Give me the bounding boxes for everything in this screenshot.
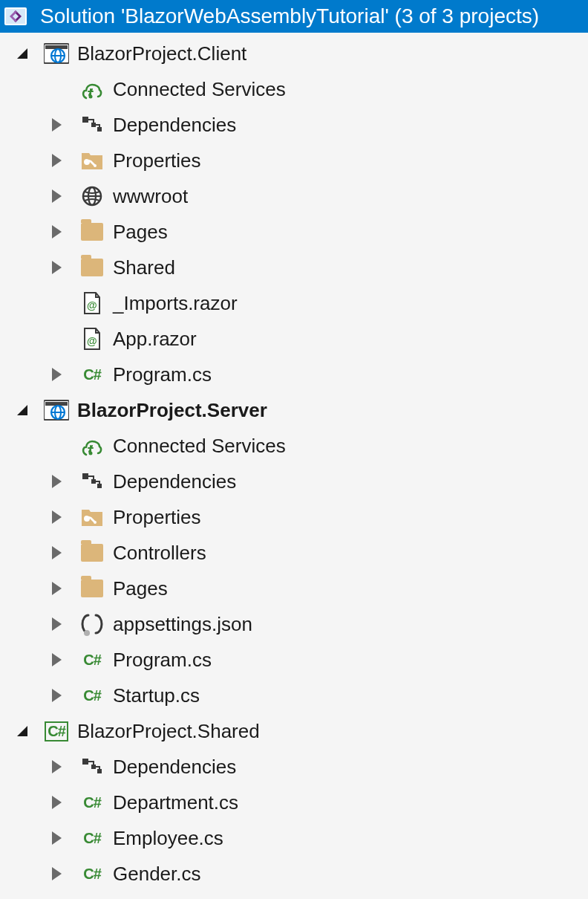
expander-collapsed-icon[interactable] (39, 642, 74, 678)
properties-folder-icon (79, 148, 105, 173)
tree-item[interactable]: C#Program.cs (0, 642, 588, 678)
tree-item-icon-cell: C# (74, 357, 110, 392)
expander-collapsed-icon[interactable] (39, 749, 74, 785)
tree-item[interactable]: Dependencies (0, 749, 588, 785)
tree-item-label: Properties (110, 149, 201, 172)
connected-services-icon (79, 77, 105, 102)
tree-item-label: Startup.cs (110, 684, 200, 707)
tree-item[interactable]: Dependencies (0, 464, 588, 499)
tree-item-label: Shared (110, 256, 175, 279)
csharp-file-icon: C# (79, 683, 105, 708)
folder-icon (79, 219, 105, 244)
expander-collapsed-icon[interactable] (39, 820, 74, 856)
expander-expanded-icon[interactable] (3, 713, 39, 749)
tree-item-label: Employee.cs (110, 827, 223, 850)
solution-tree: BlazorProject.ClientConnected ServicesDe… (0, 33, 588, 899)
expander-collapsed-icon[interactable] (39, 499, 74, 535)
svg-rect-25 (97, 484, 102, 488)
tree-item[interactable]: Dependencies (0, 107, 588, 143)
expander-collapsed-icon[interactable] (39, 606, 74, 642)
tree-item[interactable]: Connected Services (0, 428, 588, 464)
tree-item[interactable]: Controllers (0, 535, 588, 571)
tree-item[interactable]: Connected Services (0, 71, 588, 107)
tree-item[interactable]: C#Employee.cs (0, 820, 588, 856)
expander-collapsed-icon[interactable] (39, 535, 74, 571)
svg-rect-11 (97, 127, 102, 132)
expander-spacer (39, 71, 74, 107)
tree-indent (3, 321, 39, 357)
svg-point-22 (89, 452, 93, 455)
expander-collapsed-icon[interactable] (39, 856, 74, 892)
svg-rect-10 (91, 123, 96, 127)
csharp-project-icon: C# (44, 718, 69, 744)
tree-item[interactable]: Properties (0, 499, 588, 535)
tree-item[interactable]: C#WeatherForecast.cs (0, 892, 588, 899)
expander-collapsed-icon[interactable] (39, 892, 74, 899)
web-project-icon (44, 41, 69, 66)
tree-item-label: wwwroot (110, 185, 188, 208)
solution-title: Solution 'BlazorWebAssemblyTutorial' (3 … (37, 4, 539, 28)
svg-rect-27 (82, 759, 88, 765)
solution-header[interactable]: Solution 'BlazorWebAssemblyTutorial' (3 … (0, 0, 588, 33)
expander-collapsed-icon[interactable] (39, 250, 74, 285)
project-node[interactable]: BlazorProject.Client (0, 36, 588, 71)
tree-item[interactable]: C#Program.cs (0, 357, 588, 392)
connected-services-icon (79, 433, 105, 458)
tree-item[interactable]: wwwroot (0, 178, 588, 214)
expander-collapsed-icon[interactable] (39, 214, 74, 250)
tree-item[interactable]: @App.razor (0, 321, 588, 357)
expander-collapsed-icon[interactable] (39, 143, 74, 178)
tree-item[interactable]: C#Department.cs (0, 785, 588, 820)
expander-expanded-icon[interactable] (3, 36, 39, 71)
expander-collapsed-icon[interactable] (39, 357, 74, 392)
svg-point-26 (84, 630, 90, 636)
tree-item-label: Dependencies (110, 114, 236, 137)
tree-item[interactable]: appsettings.json (0, 606, 588, 642)
svg-point-8 (89, 95, 93, 99)
tree-indent (3, 428, 39, 464)
tree-indent (3, 892, 39, 899)
tree-indent (3, 856, 39, 892)
tree-item[interactable]: C#Startup.cs (0, 678, 588, 713)
tree-item-icon-cell: @ (74, 321, 110, 357)
expander-collapsed-icon[interactable] (39, 107, 74, 143)
tree-item-icon-cell (74, 214, 110, 250)
tree-item-icon-cell: C# (74, 892, 110, 899)
folder-icon (79, 255, 105, 280)
tree-item-label: Pages (110, 577, 168, 600)
tree-indent (3, 285, 39, 321)
tree-item-label: Dependencies (110, 756, 236, 779)
expander-collapsed-icon[interactable] (39, 571, 74, 606)
tree-item-icon-cell (74, 71, 110, 107)
tree-indent (3, 785, 39, 820)
tree-indent (3, 357, 39, 392)
tree-item-icon-cell: C# (74, 678, 110, 713)
tree-item-icon-cell (74, 749, 110, 785)
tree-indent (3, 71, 39, 107)
project-node[interactable]: BlazorProject.Server (0, 392, 588, 428)
expander-collapsed-icon[interactable] (39, 785, 74, 820)
properties-folder-icon (79, 504, 105, 530)
project-label: BlazorProject.Client (74, 42, 246, 65)
tree-item-icon-cell (74, 464, 110, 499)
tree-item-label: Controllers (110, 542, 206, 565)
expander-collapsed-icon[interactable] (39, 678, 74, 713)
tree-item[interactable]: @_Imports.razor (0, 285, 588, 321)
tree-item[interactable]: Properties (0, 143, 588, 178)
expander-collapsed-icon[interactable] (39, 464, 74, 499)
project-icon-cell: C# (39, 713, 74, 749)
tree-item[interactable]: Pages (0, 571, 588, 606)
tree-item[interactable]: Shared (0, 250, 588, 285)
dependencies-icon (79, 469, 105, 494)
tree-indent (3, 214, 39, 250)
tree-item[interactable]: Pages (0, 214, 588, 250)
razor-file-icon: @ (79, 291, 105, 316)
expander-expanded-icon[interactable] (3, 392, 39, 428)
tree-item[interactable]: C#Gender.cs (0, 856, 588, 892)
tree-indent (3, 464, 39, 499)
project-node[interactable]: C#BlazorProject.Shared (0, 713, 588, 749)
expander-collapsed-icon[interactable] (39, 178, 74, 214)
tree-item-icon-cell: @ (74, 285, 110, 321)
tree-indent (3, 642, 39, 678)
tree-item-label: Department.cs (110, 791, 238, 814)
